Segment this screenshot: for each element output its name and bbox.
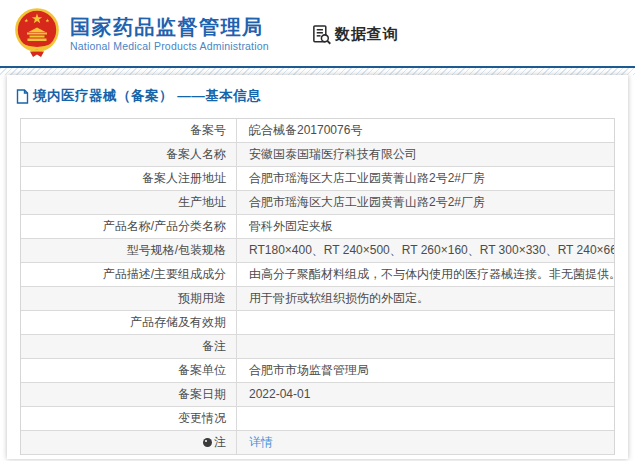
section-title: 境内医疗器械（备案） ——基本信息 <box>16 87 628 105</box>
row-value <box>237 407 614 430</box>
row-value: 骨科外固定夹板 <box>237 215 614 238</box>
table-row: 备案号皖合械备20170076号 <box>21 119 614 143</box>
national-emblem-logo <box>13 8 61 58</box>
table-row: 生产地址合肥市瑶海区大店工业园黄菁山路2号2#厂房 <box>21 191 614 215</box>
table-row: 预期用途用于骨折或软组织损伤的外固定。 <box>21 287 614 311</box>
org-subtitle-en: National Medical Products Administration <box>70 40 269 52</box>
row-value: 皖合械备20170076号 <box>237 119 614 142</box>
row-label-text: 产品名称/产品分类名称 <box>103 215 226 238</box>
page-doc-icon <box>16 89 29 104</box>
row-label-text: 备案人名称 <box>166 143 226 166</box>
row-label-text: 备案号 <box>190 119 226 142</box>
brand-text: 国家药品监督管理局 National Medical Products Admi… <box>70 14 269 52</box>
document-search-icon <box>311 24 332 45</box>
row-value <box>237 311 614 334</box>
table-row: 产品存储及有效期 <box>21 311 614 335</box>
row-label: 备案号 <box>21 119 237 142</box>
info-table: 备案号皖合械备20170076号备案人名称安徽国泰国瑞医疗科技有限公司备案人注册… <box>20 118 615 455</box>
hatch-divider-band <box>0 68 635 75</box>
row-label: 变更情况 <box>21 407 237 430</box>
table-row: 备案人名称安徽国泰国瑞医疗科技有限公司 <box>21 143 614 167</box>
nav-data-query-label: 数据查询 <box>335 25 399 44</box>
row-value: 合肥市瑶海区大店工业园黄菁山路2号2#厂房 <box>237 191 614 214</box>
row-label-text: 备案人注册地址 <box>142 167 226 190</box>
table-row: 备案日期2022-04-01 <box>21 383 614 407</box>
row-label-text: 预期用途 <box>178 287 226 310</box>
row-label: 备注 <box>21 335 237 358</box>
row-label: 备案人注册地址 <box>21 167 237 190</box>
row-label-text: 注 <box>214 431 226 454</box>
table-row: 型号规格/包装规格RT180×400、RT 240×500、RT 260×160… <box>21 239 614 263</box>
row-value: 2022-04-01 <box>237 383 614 406</box>
section-title-text: 境内医疗器械（备案） ——基本信息 <box>33 87 261 105</box>
row-value: RT180×400、RT 240×500、RT 260×160、RT 300×3… <box>237 239 614 262</box>
row-label-text: 生产地址 <box>178 191 226 214</box>
site-header: 国家药品监督管理局 National Medical Products Admi… <box>0 0 635 66</box>
row-label-text: 备案单位 <box>178 359 226 382</box>
row-value: 合肥市瑶海区大店工业园黄菁山路2号2#厂房 <box>237 167 614 190</box>
row-label: 预期用途 <box>21 287 237 310</box>
row-label: 产品名称/产品分类名称 <box>21 215 237 238</box>
row-label-text: 产品描述/主要组成成分 <box>103 263 226 286</box>
row-value: 详情 <box>237 431 614 454</box>
row-value <box>237 335 614 358</box>
row-label-text: 产品存储及有效期 <box>130 311 226 334</box>
note-icon <box>203 438 212 447</box>
org-title-cn: 国家药品监督管理局 <box>70 14 269 40</box>
table-row: 变更情况 <box>21 407 614 431</box>
row-label: 备案单位 <box>21 359 237 382</box>
table-row: 产品名称/产品分类名称骨科外固定夹板 <box>21 215 614 239</box>
row-label: 产品描述/主要组成成分 <box>21 263 237 286</box>
row-value: 用于骨折或软组织损伤的外固定。 <box>237 287 614 310</box>
table-row: 产品描述/主要组成成分由高分子聚酯材料组成，不与体内使用的医疗器械连接。非无菌提… <box>21 263 614 287</box>
table-row: 注详情 <box>21 431 614 455</box>
row-label: 注 <box>21 431 237 454</box>
row-value: 由高分子聚酯材料组成，不与体内使用的医疗器械连接。非无菌提供。 <box>237 263 614 286</box>
row-label: 产品存储及有效期 <box>21 311 237 334</box>
row-label: 备案日期 <box>21 383 237 406</box>
content-panel: 境内医疗器械（备案） ——基本信息 备案号皖合械备20170076号备案人名称安… <box>7 75 628 459</box>
table-row: 备案单位合肥市市场监督管理局 <box>21 359 614 383</box>
nav-data-query[interactable]: 数据查询 <box>311 24 399 45</box>
row-label: 生产地址 <box>21 191 237 214</box>
row-label-text: 变更情况 <box>178 407 226 430</box>
row-label: 型号规格/包装规格 <box>21 239 237 262</box>
row-label-text: 备注 <box>202 335 226 358</box>
table-row: 备注 <box>21 335 614 359</box>
row-label-text: 备案日期 <box>178 383 226 406</box>
row-label: 备案人名称 <box>21 143 237 166</box>
detail-link[interactable]: 详情 <box>249 435 273 449</box>
table-row: 备案人注册地址合肥市瑶海区大店工业园黄菁山路2号2#厂房 <box>21 167 614 191</box>
row-label-text: 型号规格/包装规格 <box>127 239 226 262</box>
header-brand[interactable]: 国家药品监督管理局 National Medical Products Admi… <box>13 8 269 58</box>
row-value: 合肥市市场监督管理局 <box>237 359 614 382</box>
row-value: 安徽国泰国瑞医疗科技有限公司 <box>237 143 614 166</box>
